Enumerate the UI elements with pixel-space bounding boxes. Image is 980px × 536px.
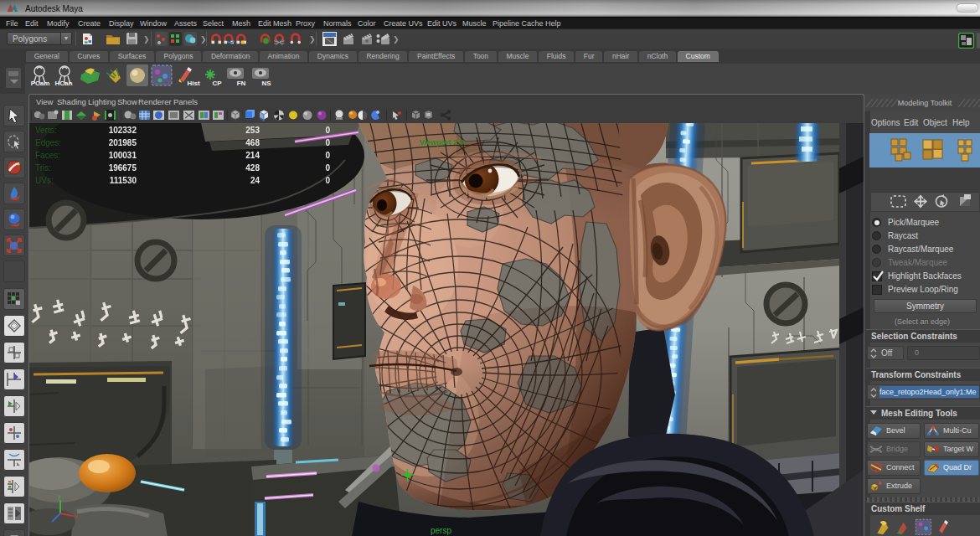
svg-text:Edges:: Edges:	[35, 138, 61, 147]
svg-text:Modeling Toolkit: Modeling Toolkit	[898, 99, 952, 107]
svg-text:253: 253	[245, 126, 260, 135]
svg-text:111530: 111530	[110, 176, 137, 185]
svg-text:102332: 102332	[109, 126, 137, 135]
svg-text:100031: 100031	[109, 151, 137, 160]
svg-text:428: 428	[245, 163, 260, 173]
svg-text:y: y	[58, 493, 61, 500]
svg-text:0: 0	[325, 176, 330, 185]
svg-text:Verts:: Verts:	[35, 126, 57, 135]
svg-text:214: 214	[245, 151, 260, 160]
svg-text:196675: 196675	[109, 163, 137, 173]
svg-text:Faces:: Faces:	[35, 151, 60, 160]
svg-text:UVs:: UVs:	[35, 176, 54, 185]
svg-text:201985: 201985	[109, 138, 137, 147]
svg-text:persp: persp	[431, 526, 451, 535]
svg-text:468: 468	[245, 138, 260, 147]
svg-text:Viewport 2.0: Viewport 2.0	[420, 138, 464, 147]
svg-text:x: x	[75, 513, 78, 519]
svg-text:0: 0	[325, 126, 330, 135]
svg-text:0: 0	[325, 163, 330, 173]
svg-text:0: 0	[325, 151, 330, 160]
svg-text:0: 0	[325, 138, 330, 147]
svg-text:24: 24	[250, 176, 260, 185]
svg-text:Tris:: Tris:	[35, 163, 51, 173]
